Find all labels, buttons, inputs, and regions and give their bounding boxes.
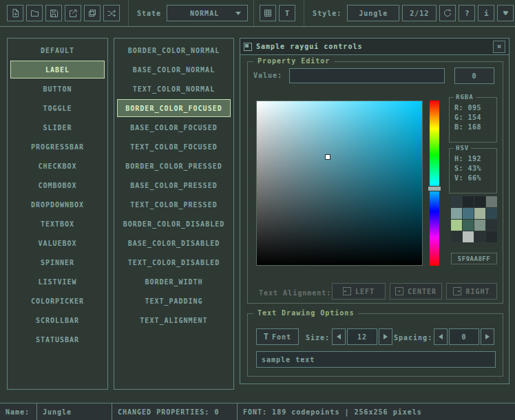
- open-folder-icon: [30, 8, 39, 18]
- controls-list: DEFAULTLABELBUTTONTOGGLESLIDERPROGRESSBA…: [7, 38, 108, 390]
- load-style-button[interactable]: [26, 5, 43, 21]
- font-button[interactable]: T Font: [256, 328, 299, 345]
- hue-slider-handle[interactable]: [428, 186, 441, 191]
- align-center-button[interactable]: CENTER: [390, 283, 442, 300]
- properties-list: BORDER_COLOR_NORMALBASE_COLOR_NORMALTEXT…: [114, 38, 234, 390]
- palette-swatch[interactable]: [463, 196, 474, 207]
- list-item[interactable]: BORDER_WIDTH: [117, 273, 231, 291]
- new-file-button[interactable]: [7, 5, 23, 21]
- window-title: Sample raygui controls: [256, 43, 489, 50]
- palette-swatch[interactable]: [463, 231, 474, 242]
- list-item[interactable]: BORDER_COLOR_FOCUSED: [117, 99, 231, 117]
- palette-swatch[interactable]: [486, 231, 497, 242]
- list-item[interactable]: TEXT_ALIGNMENT: [117, 311, 231, 329]
- list-item[interactable]: STATUSBAR: [10, 330, 105, 348]
- value-input[interactable]: [289, 68, 445, 83]
- list-item[interactable]: TOGGLE: [10, 99, 105, 117]
- list-item[interactable]: BUTTON: [10, 80, 105, 98]
- list-item[interactable]: BORDER_COLOR_PRESSED: [117, 157, 231, 175]
- palette-swatch[interactable]: [486, 220, 497, 231]
- list-item[interactable]: SCROLLBAR: [10, 311, 105, 329]
- text-preview-button[interactable]: T: [279, 5, 295, 21]
- statusbar-name-value: Jungle: [37, 403, 112, 420]
- list-item[interactable]: VALUEBOX: [10, 234, 105, 252]
- list-item[interactable]: SLIDER: [10, 118, 105, 136]
- list-item[interactable]: TEXT_COLOR_PRESSED: [117, 196, 231, 213]
- align-center-label: CENTER: [408, 288, 437, 295]
- spinner-right-icon: [383, 334, 388, 339]
- list-item[interactable]: COMBOBOX: [10, 176, 105, 194]
- palette-swatch[interactable]: [451, 220, 462, 231]
- value-count-button[interactable]: 0: [454, 67, 494, 84]
- reload-style-button[interactable]: [439, 5, 456, 21]
- font-button-label: Font: [272, 333, 291, 341]
- color-cursor[interactable]: [325, 154, 330, 160]
- palette-swatch[interactable]: [474, 220, 485, 231]
- style-index-button[interactable]: 2/12: [402, 5, 437, 21]
- random-style-button[interactable]: [103, 5, 120, 21]
- close-button[interactable]: ×: [493, 41, 505, 53]
- size-decrement-button[interactable]: [332, 328, 346, 345]
- list-item[interactable]: LISTVIEW: [10, 273, 105, 291]
- palette-swatch[interactable]: [451, 196, 462, 207]
- palette-swatch[interactable]: [463, 208, 474, 219]
- list-item[interactable]: BASE_COLOR_NORMAL: [117, 61, 231, 78]
- state-dropdown[interactable]: NORMAL: [167, 5, 248, 21]
- palette-swatch[interactable]: [463, 220, 474, 231]
- list-item[interactable]: BASE_COLOR_PRESSED: [117, 176, 231, 194]
- palette-swatch[interactable]: [486, 208, 497, 219]
- grid-view-button[interactable]: [260, 5, 276, 21]
- sponsor-button[interactable]: ♥: [497, 5, 514, 21]
- copy-icon: [87, 8, 97, 18]
- color-saturation-value-panel[interactable]: [256, 101, 423, 266]
- align-right-button[interactable]: RIGHT: [446, 283, 497, 300]
- list-item[interactable]: DEFAULT: [10, 41, 105, 59]
- list-item[interactable]: TEXT_COLOR_NORMAL: [117, 80, 231, 98]
- list-item[interactable]: BASE_COLOR_DISABLED: [117, 234, 231, 252]
- list-item[interactable]: TEXT_COLOR_FOCUSED: [117, 138, 231, 156]
- hex-value-box[interactable]: 5F9AA8FF: [451, 253, 497, 264]
- list-item[interactable]: DROPDOWNBOX: [10, 196, 105, 213]
- toolbar-divider: [128, 0, 129, 26]
- spacing-value[interactable]: 0: [449, 328, 479, 345]
- size-increment-button[interactable]: [379, 328, 392, 345]
- value-value: V: 66%: [454, 174, 481, 182]
- duplicate-style-button[interactable]: [84, 5, 101, 21]
- list-item[interactable]: TEXT_COLOR_DISABLED: [117, 253, 231, 271]
- list-item[interactable]: PROGRESSBAR: [10, 138, 105, 156]
- spinner-left-icon: [439, 334, 443, 339]
- save-style-button[interactable]: [45, 5, 62, 21]
- hue-slider[interactable]: [430, 101, 439, 266]
- sample-text-input[interactable]: [256, 351, 496, 368]
- align-left-button[interactable]: LEFT: [332, 283, 386, 300]
- list-item[interactable]: TEXTBOX: [10, 215, 105, 233]
- list-item[interactable]: BORDER_COLOR_NORMAL: [117, 41, 231, 59]
- palette-swatch[interactable]: [474, 231, 485, 242]
- list-item[interactable]: CHECKBOX: [10, 157, 105, 175]
- style-name-button[interactable]: Jungle: [347, 5, 399, 21]
- list-item[interactable]: BORDER_COLOR_DISABLED: [117, 215, 231, 233]
- help-button[interactable]: ?: [459, 5, 475, 21]
- shuffle-icon: [107, 8, 116, 18]
- statusbar-name-label: Name:: [0, 403, 37, 420]
- list-item[interactable]: SPINNER: [10, 253, 105, 271]
- spacing-decrement-button[interactable]: [434, 328, 448, 345]
- palette-swatch[interactable]: [486, 196, 497, 207]
- size-value[interactable]: 12: [347, 328, 377, 345]
- spacing-increment-button[interactable]: [481, 328, 494, 345]
- list-item[interactable]: LABEL: [10, 61, 105, 78]
- spacing-label: Spacing:: [394, 334, 432, 342]
- sample-controls-window: Sample raygui controls × Property Editor…: [240, 38, 509, 384]
- export-style-button[interactable]: [65, 5, 81, 21]
- spinner-right-icon: [485, 334, 490, 339]
- list-item[interactable]: TEXT_PADDING: [117, 292, 231, 310]
- text-tool-icon: T: [285, 9, 290, 18]
- palette-swatch[interactable]: [451, 231, 462, 242]
- info-button[interactable]: i: [478, 5, 494, 21]
- list-item[interactable]: BASE_COLOR_FOCUSED: [117, 118, 231, 136]
- palette-swatch[interactable]: [474, 208, 485, 219]
- palette-swatch[interactable]: [451, 208, 462, 219]
- hsv-group: HSV H: 192 S: 43% V: 66%: [449, 148, 497, 193]
- palette-swatch[interactable]: [474, 196, 485, 207]
- list-item[interactable]: COLORPICKER: [10, 292, 105, 310]
